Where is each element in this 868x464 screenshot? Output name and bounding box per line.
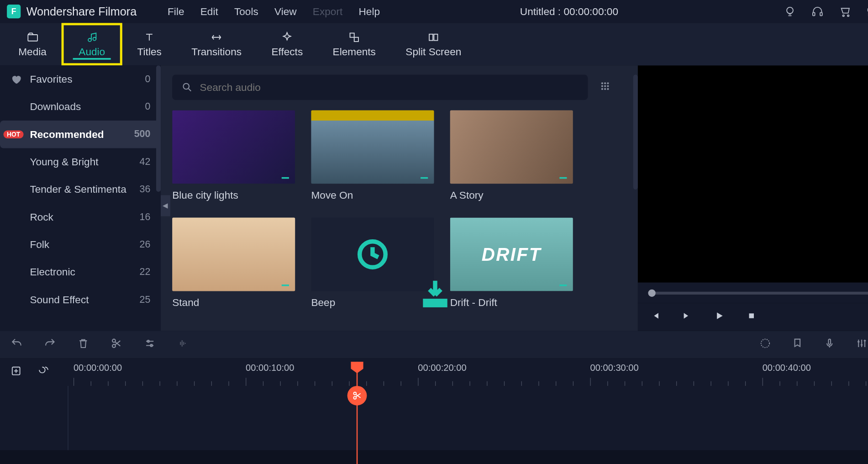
ruler-label: 00:00:10:00 <box>246 363 294 374</box>
menu-export: Export <box>313 5 342 17</box>
sidebar-item-sound-effect[interactable]: Sound Effect25 <box>0 286 161 313</box>
menu-file[interactable]: File <box>168 5 184 17</box>
audio-card[interactable]: Blue city lights <box>172 110 295 201</box>
stop-icon[interactable] <box>746 310 757 324</box>
sidebar-item-electronic[interactable]: Electronic22 <box>0 258 161 286</box>
support-icon[interactable] <box>811 5 824 18</box>
redo-icon[interactable] <box>44 337 57 352</box>
download-icon[interactable] <box>557 275 570 288</box>
delete-icon[interactable] <box>77 337 89 352</box>
scissors-icon[interactable] <box>347 386 367 406</box>
category-sidebar: Favorites0Downloads0HOTRecommended500You… <box>0 65 161 331</box>
audio-card[interactable]: Stand <box>172 218 295 309</box>
card-thumb <box>450 110 573 184</box>
idea-icon[interactable] <box>784 5 796 18</box>
undo-icon[interactable] <box>11 337 23 352</box>
tab-elements[interactable]: Elements <box>318 23 391 65</box>
grid-view-icon[interactable] <box>600 80 611 94</box>
svg-rect-31 <box>282 285 289 286</box>
main-area: Favorites0Downloads0HOTRecommended500You… <box>0 65 868 331</box>
sidebar-item-folk[interactable]: Folk26 <box>0 231 161 258</box>
sidebar-item-favorites[interactable]: Favorites0 <box>0 65 161 93</box>
tab-audio[interactable]: Audio <box>62 23 122 65</box>
svg-rect-35 <box>749 313 754 318</box>
svg-point-21 <box>607 82 609 84</box>
gift-icon[interactable] <box>866 5 868 18</box>
svg-point-24 <box>607 85 609 87</box>
ruler-label: 00:00:40:00 <box>763 363 811 374</box>
download-icon[interactable] <box>418 168 431 180</box>
scrub-slider[interactable] <box>648 291 868 294</box>
tab-effects[interactable]: Effects <box>257 23 318 65</box>
card-title: Beep <box>311 297 434 309</box>
audio-card[interactable]: Move On <box>311 110 434 201</box>
search-input[interactable] <box>200 81 579 93</box>
video-track[interactable]: ▶1 Drag media and effects here to create… <box>0 450 868 464</box>
svg-point-23 <box>604 85 606 87</box>
svg-rect-16 <box>429 34 433 40</box>
playhead[interactable] <box>357 362 358 464</box>
svg-point-25 <box>601 88 603 90</box>
svg-rect-30 <box>559 177 567 179</box>
ruler-label: 00:00:20:00 <box>418 363 466 374</box>
voiceover-icon[interactable] <box>823 337 836 352</box>
sidebar-item-tender-sentimenta[interactable]: Tender & Sentimenta36 <box>0 176 161 203</box>
svg-rect-2 <box>820 12 822 16</box>
card-thumb <box>172 218 295 291</box>
timeline: 00:00:00:0000:00:10:0000:00:20:0000:00:3… <box>0 359 868 464</box>
prev-frame-icon[interactable] <box>649 310 661 324</box>
download-icon[interactable] <box>557 168 570 180</box>
svg-point-3 <box>842 15 844 16</box>
tab-titles[interactable]: Titles <box>122 23 177 65</box>
asset-browser: Blue city lightsMove OnA StoryStandBeepD… <box>161 65 638 331</box>
svg-rect-1 <box>813 12 815 16</box>
audio-card[interactable]: Beep <box>311 218 434 309</box>
preview-screen <box>638 65 868 282</box>
preview-controls: 1/2 <box>638 303 868 331</box>
split-icon[interactable] <box>110 337 123 352</box>
svg-point-12 <box>88 38 91 41</box>
sidebar-collapse-icon[interactable]: ◀ <box>161 195 170 216</box>
menu-edit[interactable]: Edit <box>200 5 218 17</box>
search-icon <box>181 82 193 93</box>
svg-point-18 <box>183 84 189 90</box>
render-icon[interactable] <box>759 337 772 352</box>
download-icon[interactable] <box>279 168 292 180</box>
menu-tools[interactable]: Tools <box>234 5 258 17</box>
tab-transitions[interactable]: Transitions <box>177 23 257 65</box>
app-name: Wondershare Filmora <box>26 5 137 18</box>
cart-icon[interactable] <box>839 5 852 18</box>
preview-panel: { } 00:00:00:00 1/2 <box>638 65 868 331</box>
tab-strip: MediaAudioTitlesTransitionsEffectsElemen… <box>0 23 868 65</box>
menu-view[interactable]: View <box>274 5 297 17</box>
menu-help[interactable]: Help <box>358 5 380 17</box>
audio-card[interactable]: DRIFTDrift - Drift <box>450 218 573 309</box>
tab-split-screen[interactable]: Split Screen <box>391 23 476 65</box>
marker-icon[interactable] <box>791 337 804 352</box>
time-ruler[interactable]: 00:00:00:0000:00:10:0000:00:20:0000:00:3… <box>68 363 868 386</box>
sidebar-item-recommended[interactable]: HOTRecommended500 <box>0 121 161 148</box>
tab-media[interactable]: Media <box>4 23 62 65</box>
play-icon[interactable] <box>714 310 725 324</box>
svg-point-13 <box>93 37 96 40</box>
magnet-icon[interactable] <box>38 365 49 379</box>
adjust-icon[interactable] <box>143 337 156 352</box>
search-input-wrap[interactable] <box>172 74 588 100</box>
audio-wave-icon[interactable] <box>177 337 189 352</box>
menubar: F Wondershare Filmora FileEditToolsViewE… <box>0 0 868 23</box>
mixer-icon[interactable] <box>855 337 868 352</box>
next-frame-icon[interactable] <box>681 310 693 324</box>
download-icon[interactable] <box>418 275 431 288</box>
audio-card[interactable]: A Story <box>450 110 573 201</box>
card-title: Drift - Drift <box>450 297 573 309</box>
svg-rect-11 <box>28 34 37 41</box>
svg-rect-34 <box>559 285 567 286</box>
sidebar-item-downloads[interactable]: Downloads0 <box>0 93 161 121</box>
sidebar-item-rock[interactable]: Rock16 <box>0 203 161 231</box>
add-track-icon[interactable] <box>11 365 22 379</box>
sidebar-item-young-bright[interactable]: Young & Bright42 <box>0 148 161 175</box>
download-icon[interactable] <box>279 275 292 288</box>
svg-point-27 <box>607 88 609 90</box>
svg-point-26 <box>604 88 606 90</box>
svg-point-20 <box>604 82 606 84</box>
